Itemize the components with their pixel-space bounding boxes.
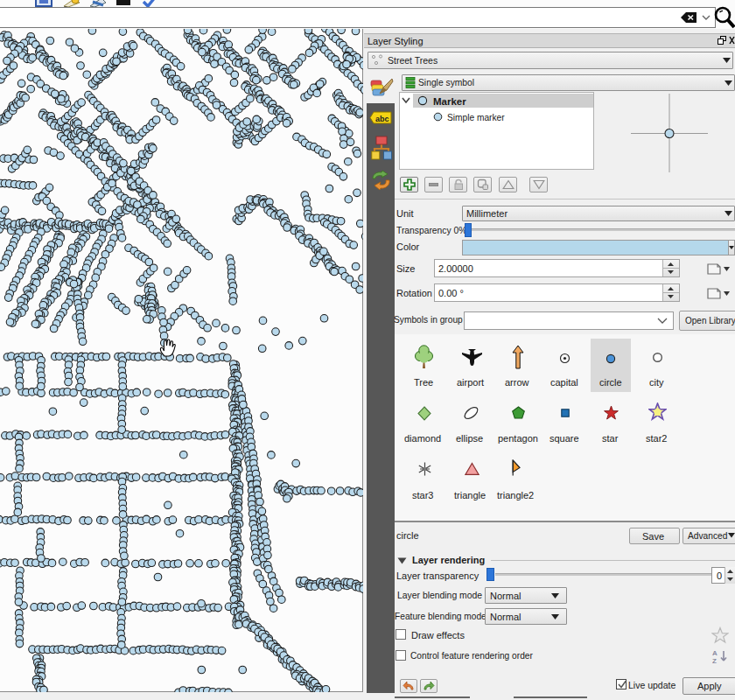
svg-text:Z: Z — [712, 657, 717, 665]
svg-text:abc: abc — [375, 115, 389, 123]
svg-text:A: A — [712, 649, 718, 657]
